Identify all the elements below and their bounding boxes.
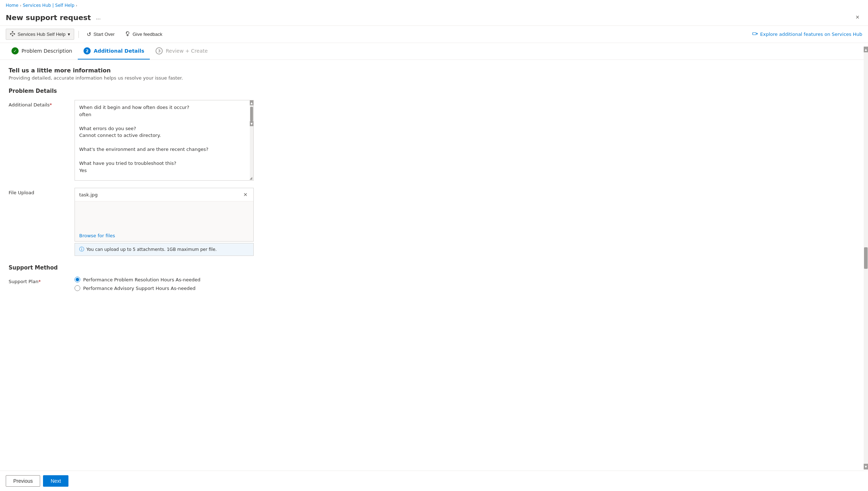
scrollbar-down[interactable]: ▼	[250, 121, 253, 126]
info-icon: ⓘ	[79, 246, 84, 253]
step-label-1: Problem Description	[22, 48, 72, 54]
browse-files-link[interactable]: Browse for files	[75, 230, 119, 241]
additional-details-control: ▲ ▼ ◢	[75, 100, 254, 181]
textarea-scrollbar: ▲ ▼	[250, 100, 253, 180]
check-icon: ✓	[13, 49, 16, 53]
step-label-3: Review + Create	[166, 48, 208, 54]
support-plan-label: Support Plan*	[9, 277, 66, 284]
support-plan-control: Performance Problem Resolution Hours As-…	[75, 277, 254, 294]
page-title: New support request	[6, 13, 91, 22]
explore-features-link[interactable]: Explore additional features on Services …	[752, 31, 862, 38]
bottom-nav: Previous Next	[0, 471, 868, 491]
svg-rect-0	[12, 31, 13, 32]
page-title-row: New support request ...	[6, 13, 103, 22]
step-tabs: ✓ Problem Description 2 Additional Detai…	[0, 43, 868, 60]
previous-button[interactable]: Previous	[6, 475, 40, 487]
file-upload-row: File Upload task.jpg ✕ Browse for files …	[9, 188, 314, 256]
file-upload-label: File Upload	[9, 188, 66, 195]
breadcrumb-services-hub[interactable]: Services Hub | Self Help	[23, 3, 74, 8]
step-circle-2: 2	[84, 47, 91, 54]
toolbar: Services Hub Self Help ▾ ↺ Start Over Gi…	[0, 26, 868, 43]
page-scrollbar-thumb[interactable]	[864, 247, 868, 269]
file-upload-control: task.jpg ✕ Browse for files ⓘ You can up…	[75, 188, 254, 256]
scrollbar-up[interactable]: ▲	[250, 100, 253, 105]
support-plan-radio-1[interactable]	[75, 277, 80, 282]
page-scrollbar-up[interactable]: ▲	[864, 47, 868, 52]
section-subtitle: Providing detailed, accurate information…	[9, 75, 314, 81]
support-plan-option-2-label[interactable]: Performance Advisory Support Hours As-ne…	[83, 286, 195, 291]
explore-icon	[752, 31, 758, 38]
feedback-icon	[125, 31, 130, 38]
chevron-down-icon: ▾	[68, 32, 70, 37]
additional-details-row: Additional Details* ▲ ▼ ◢	[9, 100, 314, 181]
breadcrumb: Home › Services Hub | Self Help ›	[0, 0, 868, 11]
close-button[interactable]: ×	[853, 12, 862, 23]
svg-rect-3	[12, 35, 13, 36]
page-scrollbar-down[interactable]: ▼	[864, 464, 868, 469]
file-item: task.jpg ✕	[75, 188, 253, 201]
additional-details-textarea-wrapper: ▲ ▼ ◢	[75, 100, 254, 181]
support-method-title: Support Method	[9, 264, 314, 271]
support-plan-option-2: Performance Advisory Support Hours As-ne…	[75, 285, 254, 291]
file-drop-area[interactable]	[75, 201, 253, 230]
step-circle-1: ✓	[11, 47, 19, 54]
main-content: Tell us a little more information Provid…	[0, 60, 323, 308]
support-plan-radio-2[interactable]	[75, 285, 80, 291]
start-over-label: Start Over	[94, 32, 115, 37]
upload-info-text: You can upload up to 5 attachments. 1GB …	[86, 247, 217, 252]
breadcrumb-sep-1: ›	[20, 4, 21, 8]
additional-details-textarea[interactable]	[75, 100, 253, 179]
explore-label: Explore additional features on Services …	[760, 32, 862, 37]
org-icon	[10, 31, 15, 38]
toolbar-left: Services Hub Self Help ▾ ↺ Start Over Gi…	[6, 29, 166, 40]
ellipsis-button[interactable]: ...	[94, 14, 103, 22]
textarea-resize-handle[interactable]: ◢	[248, 175, 253, 180]
file-name: task.jpg	[79, 192, 98, 197]
support-plan-option-1: Performance Problem Resolution Hours As-…	[75, 277, 254, 282]
upload-info: ⓘ You can upload up to 5 attachments. 1G…	[75, 243, 254, 256]
toolbar-separator	[78, 31, 79, 38]
give-feedback-button[interactable]: Give feedback	[121, 29, 166, 39]
section-title: Tell us a little more information	[9, 67, 314, 74]
breadcrumb-home[interactable]: Home	[6, 3, 18, 8]
org-dropdown-label: Services Hub Self Help	[18, 32, 66, 37]
step-tab-1[interactable]: ✓ Problem Description	[6, 43, 78, 59]
step-tab-2[interactable]: 2 Additional Details	[78, 43, 150, 59]
feedback-label: Give feedback	[133, 32, 162, 37]
support-plan-option-1-label[interactable]: Performance Problem Resolution Hours As-…	[83, 277, 200, 282]
additional-details-label: Additional Details*	[9, 100, 66, 108]
next-button[interactable]: Next	[43, 475, 68, 487]
breadcrumb-sep-2: ›	[76, 4, 77, 8]
scrollbar-thumb	[250, 107, 253, 121]
support-plan-row: Support Plan* Performance Problem Resolu…	[9, 277, 314, 294]
step-circle-3: 3	[156, 47, 163, 54]
step-number-2: 2	[86, 49, 89, 53]
step-number-3: 3	[158, 49, 161, 53]
problem-details-title: Problem Details	[9, 88, 314, 94]
page-header: New support request ... ×	[0, 11, 868, 26]
support-plan-required: *	[38, 279, 41, 284]
step-label-2: Additional Details	[94, 48, 144, 54]
file-remove-button[interactable]: ✕	[242, 191, 249, 198]
start-over-button[interactable]: ↺ Start Over	[83, 29, 118, 39]
file-upload-box: task.jpg ✕ Browse for files	[75, 188, 254, 242]
step-tab-3[interactable]: 3 Review + Create	[150, 43, 213, 59]
start-over-icon: ↺	[87, 31, 91, 38]
page-scrollbar: ▲ ▼	[864, 47, 868, 469]
org-dropdown[interactable]: Services Hub Self Help ▾	[6, 29, 74, 40]
additional-details-required: *	[49, 102, 52, 108]
svg-rect-12	[753, 33, 756, 35]
